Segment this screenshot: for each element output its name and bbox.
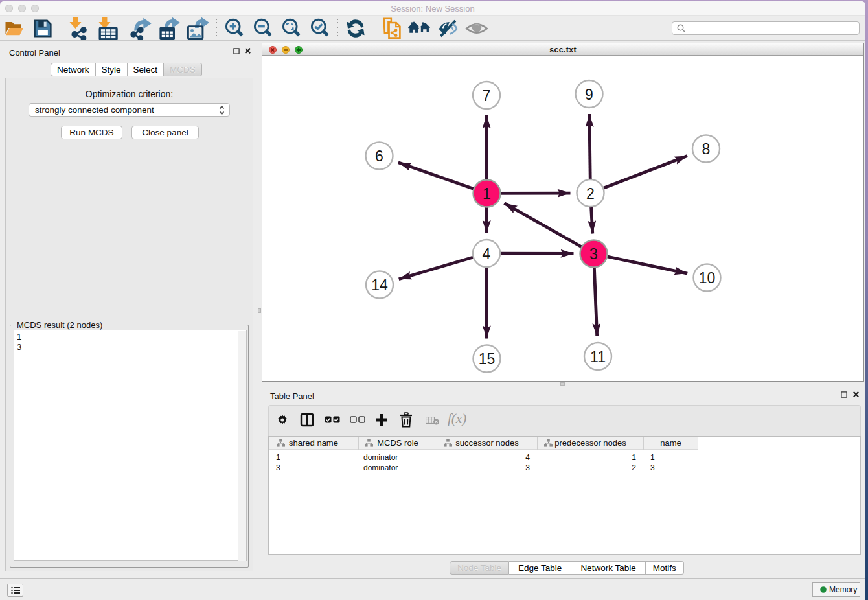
svg-text:7: 7	[483, 87, 491, 104]
svg-text:14: 14	[371, 277, 388, 294]
svg-text:1: 1	[483, 185, 491, 202]
svg-text:10: 10	[699, 270, 716, 286]
svg-text:4: 4	[483, 246, 491, 262]
svg-text:6: 6	[375, 148, 383, 165]
svg-text:15: 15	[479, 351, 496, 367]
svg-text:8: 8	[702, 141, 711, 157]
svg-text:2: 2	[586, 185, 595, 202]
svg-text:9: 9	[585, 86, 593, 103]
svg-text:3: 3	[589, 246, 598, 262]
svg-text:11: 11	[590, 349, 606, 365]
